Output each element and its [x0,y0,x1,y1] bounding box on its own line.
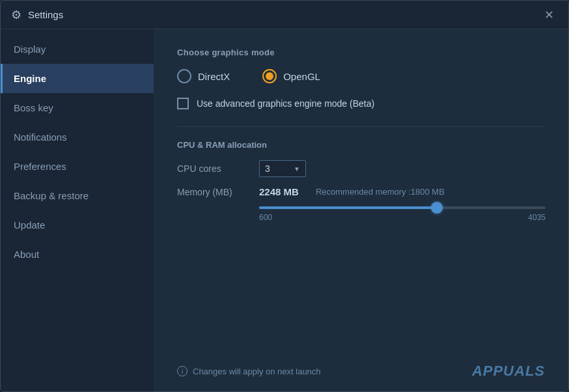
sidebar-item-about[interactable]: About [1,240,154,269]
sidebar-item-preferences[interactable]: Preferences [1,152,154,181]
sidebar-item-display[interactable]: Display [1,35,154,64]
memory-row: Memory (MB) 2248 MB Recommended memory :… [177,186,545,197]
allocation-section: CPU & RAM allocation CPU cores 3 ▼ Memor… [177,126,545,222]
memory-slider-container: 600 4035 [259,206,545,222]
main-content: Display Engine Boss key Notifications Pr… [1,29,568,391]
cpu-select[interactable]: 3 ▼ [259,160,306,177]
cpu-select-arrow: ▼ [294,165,300,173]
graphics-mode-row: DirectX OpenGL [177,69,545,83]
opengl-label: OpenGL [283,71,320,82]
slider-track[interactable] [259,206,546,209]
slider-max-label: 4035 [528,213,546,222]
titlebar: ⚙ Settings ✕ [1,1,568,29]
settings-icon: ⚙ [11,8,21,22]
main-panel: Choose graphics mode DirectX OpenGL Use … [154,29,568,391]
directx-radio[interactable] [177,69,191,83]
memory-recommended: Recommended memory :1800 MB [316,187,445,197]
sidebar-item-boss-key[interactable]: Boss key [1,93,154,122]
opengl-option[interactable]: OpenGL [262,69,320,83]
memory-label: Memory (MB) [177,187,249,197]
opengl-radio[interactable] [262,69,277,83]
slider-min-label: 600 [259,213,272,222]
footer-note: i Changes will apply on next launch [177,366,321,376]
advanced-mode-row: Use advanced graphics engine mode (Beta) [177,98,545,109]
slider-fill [259,206,437,209]
brand-logo: APPUALS [472,363,545,380]
sidebar-item-update[interactable]: Update [1,210,154,240]
slider-labels: 600 4035 [259,213,546,222]
advanced-label: Use advanced graphics engine mode (Beta) [197,98,374,109]
footer-note-text: Changes will apply on next launch [193,367,321,376]
info-icon: i [177,366,187,376]
cpu-row: CPU cores 3 ▼ [177,160,545,177]
allocation-title: CPU & RAM allocation [177,140,545,150]
slider-thumb[interactable] [431,202,443,214]
sidebar-item-backup-restore[interactable]: Backup & restore [1,181,154,210]
sidebar: Display Engine Boss key Notifications Pr… [1,29,154,391]
cpu-value: 3 [265,163,270,174]
close-button[interactable]: ✕ [540,6,558,24]
window-title: Settings [28,9,540,20]
memory-value: 2248 MB [259,186,299,197]
directx-option[interactable]: DirectX [177,69,230,83]
footer: i Changes will apply on next launch APPU… [177,363,545,380]
advanced-checkbox[interactable] [177,98,189,109]
sidebar-item-notifications[interactable]: Notifications [1,122,154,152]
graphics-section-title: Choose graphics mode [177,48,545,57]
settings-window: ⚙ Settings ✕ Display Engine Boss key Not… [0,0,569,392]
cpu-label: CPU cores [177,163,249,174]
directx-label: DirectX [198,71,230,82]
sidebar-item-engine[interactable]: Engine [1,64,154,93]
brand-text: APPUALS [472,363,545,379]
